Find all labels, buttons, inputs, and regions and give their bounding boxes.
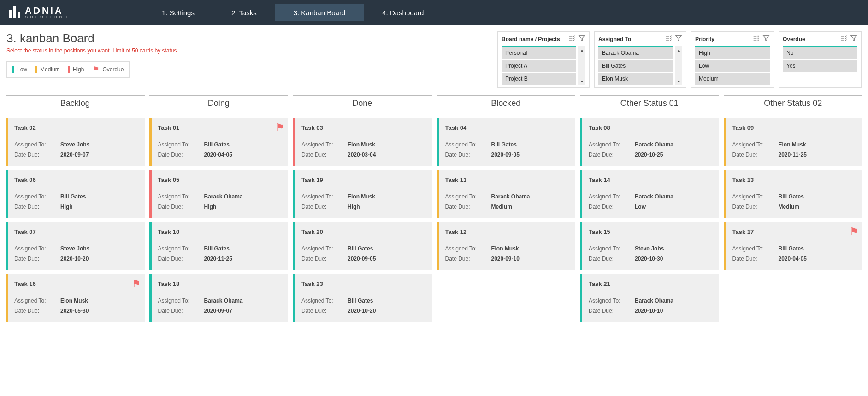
filter-option[interactable]: Yes: [783, 60, 857, 72]
legend: Low Medium High ⚑Overdue: [6, 61, 130, 78]
overdue-flag-icon: ⚑: [275, 122, 284, 134]
page-title: 3. kanban Board: [6, 31, 178, 46]
scrollbar[interactable]: ▴▾: [578, 46, 585, 85]
card-title: Task 20: [301, 228, 427, 235]
filter-option[interactable]: Project B: [502, 73, 576, 85]
scrollbar[interactable]: ▴▾: [675, 46, 682, 85]
filter-option[interactable]: Personal: [502, 46, 576, 59]
due-label: Date Due:: [301, 256, 348, 262]
kanban-card[interactable]: Task 15Assigned To:Steve JobsDate Due:20…: [580, 222, 719, 270]
filter-option[interactable]: Bill Gates: [598, 60, 673, 72]
multi-select-icon[interactable]: [665, 35, 672, 43]
assigned-label: Assigned To:: [445, 193, 491, 200]
kanban-card[interactable]: Task 09Assigned To:Elon MuskDate Due:202…: [724, 118, 863, 166]
kanban-card[interactable]: Task 08Assigned To:Barack ObamaDate Due:…: [580, 118, 719, 166]
kanban-card[interactable]: Task 04Assigned To:Bill GatesDate Due:20…: [437, 118, 576, 166]
filter-funnel-icon[interactable]: [578, 35, 585, 43]
column-header[interactable]: Doing: [149, 95, 289, 112]
assigned-label: Assigned To:: [14, 297, 60, 304]
legend-overdue: ⚑Overdue: [92, 64, 124, 75]
nav-item[interactable]: 4. Dashboard: [364, 4, 442, 21]
kanban-card[interactable]: ⚑Task 17Assigned To:Bill GatesDate Due:2…: [724, 222, 863, 270]
kanban-card[interactable]: Task 02Assigned To:Steve JobsDate Due:20…: [6, 118, 145, 166]
filter-option[interactable]: High: [695, 46, 770, 59]
scroll-up-icon[interactable]: ▴: [675, 46, 682, 53]
assigned-value: Bill Gates: [779, 193, 804, 200]
assigned-value: Elon Musk: [779, 141, 806, 148]
assigned-label: Assigned To:: [732, 245, 779, 252]
due-value: Medium: [779, 204, 799, 210]
assigned-value: Steve Jobs: [60, 245, 89, 252]
column-header[interactable]: Done: [293, 95, 432, 112]
due-label: Date Due:: [14, 204, 60, 210]
filter-option[interactable]: Barack Obama: [598, 46, 673, 59]
kanban-card[interactable]: Task 07Assigned To:Steve JobsDate Due:20…: [6, 222, 145, 270]
assigned-label: Assigned To:: [589, 141, 635, 148]
kanban-card[interactable]: ⚑Task 01Assigned To:Bill GatesDate Due:2…: [149, 118, 289, 166]
card-title: Task 21: [589, 280, 714, 287]
kanban-card[interactable]: Task 14Assigned To:Barack ObamaDate Due:…: [580, 170, 719, 218]
assigned-label: Assigned To:: [301, 297, 348, 304]
filter-funnel-icon[interactable]: [762, 35, 770, 43]
due-label: Date Due:: [14, 308, 60, 314]
filter-funnel-icon[interactable]: [850, 35, 857, 43]
column-header[interactable]: Other Status 02: [724, 95, 863, 112]
card-title: Task 17: [732, 228, 858, 235]
kanban-card[interactable]: ⚑Task 16Assigned To:Elon MuskDate Due:20…: [6, 274, 145, 322]
card-title: Task 06: [14, 176, 140, 183]
kanban-card[interactable]: Task 06Assigned To:Bill GatesDate Due:Hi…: [6, 170, 145, 218]
kanban-board: BacklogTask 02Assigned To:Steve JobsDate…: [0, 93, 868, 332]
column-header[interactable]: Backlog: [6, 95, 145, 112]
scroll-down-icon[interactable]: ▾: [675, 77, 682, 85]
kanban-card[interactable]: Task 03Assigned To:Elon MuskDate Due:202…: [293, 118, 432, 166]
assigned-label: Assigned To:: [589, 193, 635, 200]
kanban-card[interactable]: Task 19Assigned To:Elon MuskDate Due:Hig…: [293, 170, 432, 218]
kanban-card[interactable]: Task 13Assigned To:Bill GatesDate Due:Me…: [724, 170, 863, 218]
multi-select-icon[interactable]: [568, 35, 575, 43]
filter-option[interactable]: Project A: [502, 60, 576, 72]
due-value: 2020-10-30: [635, 256, 663, 262]
filter-option[interactable]: Elon Musk: [598, 73, 673, 85]
kanban-card[interactable]: Task 05Assigned To:Barack ObamaDate Due:…: [149, 170, 289, 218]
kanban-card[interactable]: Task 21Assigned To:Barack ObamaDate Due:…: [580, 274, 719, 322]
filter-box: PriorityHighLowMedium: [691, 31, 774, 88]
filters-row: Board name / ProjectsPersonalProject APr…: [497, 31, 862, 88]
scroll-up-icon[interactable]: ▴: [578, 46, 585, 53]
filter-option[interactable]: No: [783, 46, 857, 59]
brand-subtitle: SOLUTIONS: [25, 15, 70, 19]
kanban-card[interactable]: Task 18Assigned To:Barack ObamaDate Due:…: [149, 274, 289, 322]
kanban-card[interactable]: Task 23Assigned To:Bill GatesDate Due:20…: [293, 274, 432, 322]
column-header[interactable]: Other Status 01: [580, 95, 719, 112]
nav-item[interactable]: 3. Kanban Board: [275, 4, 364, 21]
assigned-label: Assigned To:: [158, 297, 204, 304]
kanban-card[interactable]: Task 10Assigned To:Bill GatesDate Due:20…: [149, 222, 289, 270]
assigned-value: Elon Musk: [348, 193, 375, 200]
due-value: 2020-10-20: [348, 308, 376, 314]
due-label: Date Due:: [732, 151, 779, 158]
due-label: Date Due:: [301, 204, 348, 210]
column-header[interactable]: Blocked: [437, 95, 576, 112]
overdue-flag-icon: ⚑: [132, 278, 141, 290]
kanban-card[interactable]: Task 12Assigned To:Elon MuskDate Due:202…: [437, 222, 576, 270]
due-value: High: [348, 204, 360, 210]
due-value: 2020-05-30: [60, 308, 89, 314]
due-label: Date Due:: [589, 151, 635, 158]
nav-item[interactable]: 1. Settings: [143, 4, 213, 21]
due-label: Date Due:: [445, 151, 491, 158]
kanban-column: BlockedTask 04Assigned To:Bill GatesDate…: [437, 95, 576, 270]
multi-select-icon[interactable]: [752, 35, 760, 43]
card-title: Task 07: [14, 228, 140, 235]
multi-select-icon[interactable]: [840, 35, 847, 43]
card-title: Task 14: [589, 176, 714, 183]
scroll-down-icon[interactable]: ▾: [578, 77, 585, 85]
filter-funnel-icon[interactable]: [675, 35, 682, 43]
card-title: Task 11: [445, 176, 571, 183]
filter-title: Board name / Projects: [502, 36, 560, 42]
legend-medium: Medium: [35, 66, 60, 73]
filter-option[interactable]: Low: [695, 60, 770, 72]
filter-option[interactable]: Medium: [695, 73, 770, 85]
kanban-card[interactable]: Task 20Assigned To:Bill GatesDate Due:20…: [293, 222, 432, 270]
nav-item[interactable]: 2. Tasks: [213, 4, 275, 21]
kanban-column: Other Status 01Task 08Assigned To:Barack…: [580, 95, 719, 322]
kanban-card[interactable]: Task 11Assigned To:Barack ObamaDate Due:…: [437, 170, 576, 218]
